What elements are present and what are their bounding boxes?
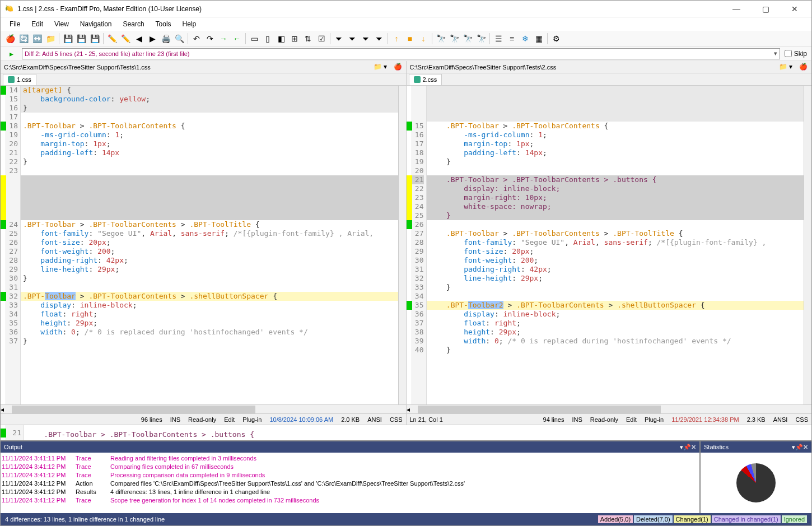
filter4-icon[interactable]: ⏷ [373,32,385,45]
right-editor[interactable]: 151617181920 2122232425 2627282930313233… [407,86,812,404]
pin2-icon[interactable]: 📌 [795,444,803,451]
diff-dropdown[interactable]: Diff 2: Add 5 lines (21 - 25, second fil… [22,48,780,59]
save-red-icon[interactable]: 💾 [75,32,87,45]
find4-icon[interactable]: 🔭 [475,32,487,45]
folder-icon[interactable]: 📁 [374,63,382,72]
edit-right-icon[interactable]: ✏️ [119,32,132,45]
undo-icon[interactable]: ↶ [190,32,203,45]
filter3-icon[interactable]: ⏷ [360,32,372,45]
left-tab[interactable]: 1.css [3,74,36,85]
find3-icon[interactable]: 🔭 [461,32,474,45]
left-tabbar: 1.css [1,73,406,86]
output-row: 11/11/2024 3:41:12 PMTraceComparing file… [2,462,698,471]
dropdown-icon[interactable]: ▾ [384,63,393,72]
pie-chart [736,463,776,502]
right-date: 11/29/2021 12:34:38 PM [671,416,739,423]
copy-left-icon[interactable]: ◀ [133,32,145,45]
right-pathbar: C:\Src\ExamDiff\Specs\TreeSitter Support… [407,61,812,73]
skip-checkbox-input[interactable] [785,50,792,57]
compare-icon[interactable]: 🍎 [4,32,16,45]
left-pane: C:\Src\ExamDiff\Specs\TreeSitter Support… [1,61,407,425]
left-pathbar: C:\Src\ExamDiff\Specs\TreeSitter Support… [1,61,406,73]
menu-search[interactable]: Search [119,19,149,29]
layout-grid-icon[interactable]: ⊞ [288,32,301,45]
edit-left-icon[interactable]: ✏️ [106,32,118,45]
swap-icon[interactable]: ↔️ [31,32,43,45]
minimize-button[interactable]: — [724,1,749,17]
save-icon[interactable]: 💾 [62,32,74,45]
fruit-icon[interactable]: 🍎 [394,63,403,72]
badge-changed[interactable]: Changed(1) [674,515,711,523]
skip-label: Skip [794,50,807,58]
highlight-icon[interactable]: ▦ [533,32,545,45]
close-panel-icon[interactable]: ✕ [803,444,808,451]
prev-diff-icon[interactable]: ← [231,32,243,45]
layout-h-icon[interactable]: ▭ [248,32,260,45]
right-enc: ANSI [773,416,788,423]
fruit-icon[interactable]: 🍎 [799,63,808,72]
menu-help[interactable]: Help [178,19,201,29]
left-plugin: Plug-in [242,416,262,423]
maximize-button[interactable]: ▢ [753,1,778,17]
snowflake-icon[interactable]: ❄ [519,32,531,45]
left-code[interactable]: a[target] { background-color: yellow; } … [21,86,398,404]
left-enc: ANSI [367,416,382,423]
current-icon[interactable]: ■ [404,32,416,45]
zoom-icon[interactable]: 🔍 [173,32,185,45]
footer-statusbar: 4 differences: 13 lines, 1 inline differ… [1,513,811,525]
menu-view[interactable]: View [50,19,73,29]
redo-icon[interactable]: ↷ [204,32,216,45]
layout-v-icon[interactable]: ▯ [262,32,274,45]
right-gutter: 151617181920 2122232425 2627282930313233… [412,86,427,404]
pin2-icon[interactable]: 📌 [683,444,691,451]
filter2-icon[interactable]: ⏷ [346,32,358,45]
close-button[interactable]: ✕ [782,1,807,17]
down-icon[interactable]: ↓ [417,32,430,45]
output-body[interactable]: 11/11/2024 3:41:11 PMTraceReading and fi… [1,453,699,513]
left-overview[interactable] [398,86,406,404]
right-overview[interactable] [804,86,811,404]
lines-icon[interactable]: ≡ [506,32,518,45]
menu-edit[interactable]: Edit [27,19,48,29]
badge-added[interactable]: Added(5,0) [598,515,633,523]
right-statusbar: Ln 21, Col 1 94 lines INS Read-only Edit… [407,413,812,425]
right-lang: CSS [795,416,808,423]
open-icon[interactable]: 📁 [44,32,57,45]
layout-split-icon[interactable]: ◧ [275,32,287,45]
settings-icon[interactable]: ⚙ [550,32,562,45]
app-icon: 🍋 [5,4,14,13]
refresh-icon[interactable]: 🔄 [17,32,30,45]
right-tab[interactable]: 2.css [409,74,442,85]
check-icon[interactable]: ☑ [315,32,328,45]
menu-file[interactable]: File [5,19,25,29]
left-edit: Edit [224,416,235,423]
next-diff-icon[interactable]: → [217,32,230,45]
sync-icon[interactable]: ⇅ [302,32,314,45]
skip-checkbox[interactable]: Skip [785,50,807,58]
find-icon[interactable]: 🔭 [435,32,447,45]
save-all-icon[interactable]: 💾 [88,32,101,45]
copy-right-icon[interactable]: ▶ [146,32,158,45]
close-panel-icon[interactable]: ✕ [691,444,696,451]
up-icon[interactable]: ↑ [390,32,403,45]
badge-ignored[interactable]: Ignored [782,515,807,523]
app-window: 🍋 1.css | 2.css - ExamDiff Pro, Master E… [0,0,812,526]
right-size: 2.3 KB [747,416,766,423]
list-icon[interactable]: ☰ [492,32,505,45]
right-hscroll[interactable]: ◂ [407,404,812,413]
badge-deleted[interactable]: Deleted(7,0) [634,515,673,523]
menu-navigation[interactable]: Navigation [76,19,116,29]
right-readonly: Read-only [590,416,618,423]
left-hscroll[interactable]: ◂ [1,404,406,413]
folder-icon[interactable]: 📁 [779,63,788,72]
find2-icon[interactable]: 🔭 [448,32,460,45]
right-ins: INS [572,416,582,423]
right-code[interactable]: .BPT-Toolbar > .BPT-ToolbarContents { -m… [427,86,804,404]
menu-tools[interactable]: Tools [151,19,176,29]
filter1-icon[interactable]: ⏷ [333,32,345,45]
print-icon[interactable]: 🖨️ [160,32,172,45]
dropdown-icon[interactable]: ▾ [789,63,798,72]
left-editor[interactable]: 14151617181920212223 2425262728293031323… [1,86,406,404]
badge-changed-in-changed[interactable]: Changed in changed(1) [712,515,781,523]
diff-prev-icon[interactable]: ▸ [5,48,17,60]
